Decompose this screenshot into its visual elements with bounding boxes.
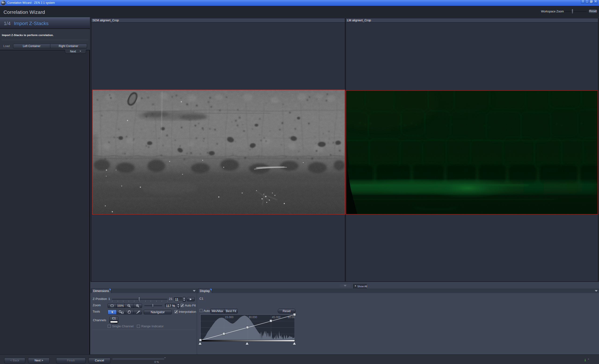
svg-text:15.000: 15.000 [225, 316, 234, 319]
svg-text:60.000: 60.000 [288, 316, 295, 319]
svg-text:45.000: 45.000 [272, 316, 281, 319]
svg-text:30.000: 30.000 [248, 316, 257, 319]
